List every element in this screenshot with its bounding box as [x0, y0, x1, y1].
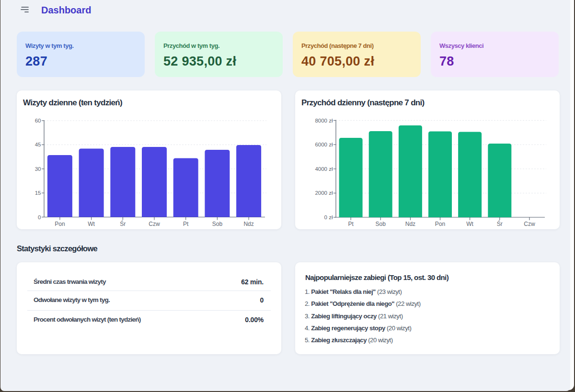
svg-text:Śr: Śr	[120, 220, 126, 227]
svg-text:Śr: Śr	[497, 220, 503, 227]
svg-text:6000 zł: 6000 zł	[315, 142, 333, 147]
svg-text:Pon: Pon	[55, 221, 65, 227]
svg-text:8000 zł: 8000 zł	[315, 118, 333, 123]
svg-text:4000 zł: 4000 zł	[315, 166, 333, 172]
svg-text:Czw: Czw	[524, 221, 535, 227]
svg-text:Sob: Sob	[376, 221, 386, 227]
svg-text:0: 0	[38, 214, 41, 220]
svg-text:30: 30	[35, 166, 41, 172]
svg-text:60: 60	[35, 118, 41, 123]
svg-text:Pon: Pon	[435, 221, 445, 227]
svg-text:Ndz: Ndz	[405, 221, 415, 227]
svg-text:Pt: Pt	[348, 221, 354, 227]
svg-text:2000 zł: 2000 zł	[315, 190, 333, 196]
svg-text:15: 15	[35, 190, 41, 196]
svg-text:45: 45	[35, 142, 41, 147]
svg-text:Wt: Wt	[466, 221, 473, 227]
svg-text:0 zł: 0 zł	[324, 214, 333, 220]
svg-text:Ndz: Ndz	[243, 221, 253, 227]
svg-text:Sob: Sob	[212, 221, 223, 227]
svg-text:Czw: Czw	[149, 221, 160, 227]
svg-text:Pt: Pt	[183, 221, 189, 227]
svg-text:Wt: Wt	[88, 221, 95, 227]
